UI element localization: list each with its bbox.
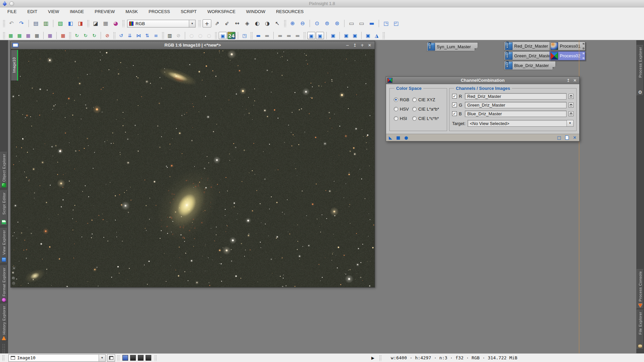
tab-format-explorer[interactable]: Format Explorer [0,265,7,302]
workspace-1-button[interactable] [122,355,128,361]
zoom-optimal-icon[interactable]: ⊛ [333,19,341,27]
radio-rgb[interactable]: RGB [394,97,409,102]
process-grid-list-icon[interactable]: ▦ [33,32,41,39]
view-selector-combobox[interactable]: Image10 ▼ [8,354,106,362]
image-view-canvas[interactable] [11,49,374,287]
screen-6-icon[interactable]: ▣ [364,32,372,39]
rotate-ccw-icon[interactable]: ↺ [117,32,125,39]
toolbar-grip[interactable] [69,32,71,39]
close-icon[interactable]: ✕ [368,42,371,49]
image-window[interactable]: RGB 1:6 Image10 | <*new*> − ↥ + ✕ Image1… [10,41,375,288]
toolbar-grip[interactable] [113,32,115,39]
disabled-3-icon[interactable]: ◌ [205,32,213,39]
r-checkbox[interactable] [452,94,457,99]
fill-rect-icon[interactable]: ▬ [254,32,262,39]
mask-remove-icon[interactable]: ⊘ [103,32,111,39]
iconized-view-blue-driz-master[interactable]: XISF Blue_Driz_Master N [504,61,556,70]
menu-view[interactable]: VIEW [43,7,64,16]
blue-source-input[interactable]: Blue_Driz_Master [465,111,567,117]
iconized-view-red-driz-master[interactable]: XISF Red_Driz_Master N [504,42,555,51]
send-to-screen-icon[interactable]: ◳ [240,32,249,39]
flip-vertical-icon[interactable]: ⇅ [143,32,151,39]
sort-icon[interactable]: ≡ [152,32,160,39]
apply-global-icon[interactable]: ● [404,135,408,140]
flip-horizontal-icon[interactable]: ⋈ [135,32,143,39]
process-instance-process01[interactable]: Process01 N D [549,42,585,51]
statusbar-grip[interactable] [117,355,119,361]
view-tab-image10[interactable]: Image10 [11,50,18,81]
zoom-in-icon[interactable]: ⊕ [288,19,297,27]
menu-mask[interactable]: MASK [120,7,143,16]
mask-select-icon[interactable]: ↻ [73,32,81,39]
screen-5-icon[interactable]: ▣ [351,32,359,39]
statusbar-grip[interactable] [154,355,157,361]
minimize-icon[interactable]: − [346,42,349,49]
process-grid-new-icon[interactable]: ▦ [7,32,15,39]
toolbar-grip[interactable] [215,32,217,39]
screen-3-icon[interactable]: ▣ [329,32,337,39]
apply-icon[interactable]: ■ [396,135,400,140]
new-instance-icon[interactable]: ◣ [389,135,392,140]
menu-window[interactable]: WINDOW [241,7,271,16]
tab-history-explorer[interactable]: History Explorer [0,304,7,341]
statusbar-grip[interactable] [379,355,381,361]
green-source-input[interactable]: Green_Driz_Master [465,102,567,108]
tab-file-explorer[interactable]: File Explorer [637,310,644,349]
workspace-4-button[interactable] [146,355,151,361]
radio-cie-lab[interactable]: CIE L*a*b* [412,107,439,112]
iconized-view-syn-lum-master[interactable]: XISF Syn_Lum_Master N [427,42,478,51]
icon-delete-icon[interactable]: ▦ [59,32,67,39]
play-icon[interactable]: ▶ [371,356,374,360]
b-checkbox[interactable] [452,111,457,116]
redo-icon[interactable]: ↷ [17,19,26,27]
screen-1-icon[interactable]: ▣ [307,32,315,39]
toolbar-grip[interactable] [162,32,164,39]
select-mode-icon[interactable]: ↖ [273,19,282,27]
workspace-3-button[interactable] [138,355,144,361]
screen-expand-icon[interactable]: ◮ [373,32,381,39]
tab-object-explorer[interactable]: Object Explorer [0,152,7,188]
browse-documentation-icon[interactable] [565,135,569,140]
image-window-titlebar[interactable]: RGB 1:6 Image10 | <*new*> − ↥ + ✕ [11,41,375,49]
toolbar-grip[interactable] [250,32,253,39]
tab-script-editor[interactable]: Script Editor [0,190,7,226]
maximize-window-icon[interactable]: ◳ [382,19,390,27]
expand-mode-icon[interactable]: ⇗ [213,19,221,27]
dialog-titlebar[interactable]: ChannelCombination ↥ ✕ [386,77,579,84]
shade-icon[interactable]: ↥ [353,42,357,49]
move-mode-icon[interactable]: ↔ [233,19,241,27]
shade-window-icon[interactable]: ◰ [392,19,400,27]
reset-icon[interactable]: ✕ [573,135,577,140]
gray-rect-icon[interactable]: ▬ [263,32,271,39]
rotate-cw-icon[interactable]: ⇊ [126,32,134,39]
menu-resources[interactable]: RESOURCES [271,7,309,16]
icon-save-icon[interactable]: ▦ [46,32,54,39]
gradient-display-icon[interactable]: ▦ [101,19,110,27]
statusbar-grip[interactable] [2,355,4,361]
select-blue-view-button[interactable] [569,111,574,116]
zoom-1-1-icon[interactable]: ⊙ [313,19,321,27]
radio-hsv[interactable]: HSV [394,107,409,112]
screen-2-icon[interactable]: ▣ [316,32,324,39]
screen-4-icon[interactable]: ▣ [342,32,350,39]
toolbar-grip[interactable] [303,32,306,39]
chevron-down-icon[interactable]: ▼ [189,20,195,27]
mask-right-icon[interactable]: ◑ [263,19,272,27]
preview-edit-icon[interactable]: ▬ [367,19,376,27]
menu-preview[interactable]: PREVIEW [89,7,120,16]
view-mode-combobox[interactable]: RGB ▼ [127,20,196,27]
gray-rect-2-icon[interactable]: ▬ [276,32,284,39]
mask-show-icon[interactable]: ↻ [82,32,90,39]
screen-mode-icon[interactable]: ▣ [219,32,227,39]
rgb-image-icon[interactable]: ◨ [76,19,85,27]
resize-corner-icon[interactable]: ⇲ [12,266,15,270]
realtime-preview-icon[interactable]: □ [557,135,561,140]
zoom-fit-icon[interactable]: ⊚ [323,19,331,27]
radio-hsi[interactable]: HSI [394,116,409,121]
radio-cie-xyz[interactable]: CIE XYZ [412,97,439,102]
process-instance-process02[interactable]: Process02 N D [549,51,585,60]
toolbar-grip[interactable] [122,20,124,27]
window-list-button[interactable] [107,354,115,362]
g-checkbox[interactable] [452,103,457,107]
blue-image-icon[interactable]: ◧ [66,19,75,27]
